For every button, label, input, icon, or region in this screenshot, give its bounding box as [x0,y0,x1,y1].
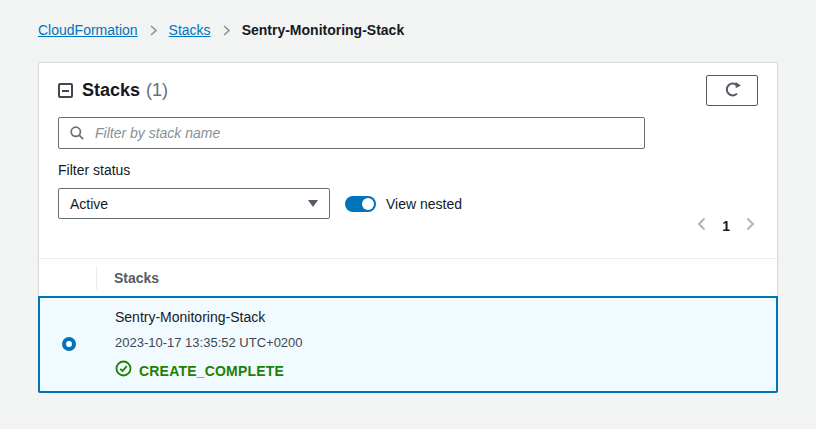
chevron-right-icon [222,24,231,37]
stack-status-text: CREATE_COMPLETE [139,363,284,379]
previous-page-button[interactable] [694,214,709,237]
refresh-button[interactable] [706,75,758,106]
stack-count: (1) [146,80,168,101]
status-filter-value: Active [70,196,108,212]
chevron-down-icon [308,200,318,207]
stack-radio-button[interactable] [62,337,76,351]
radio-cell [40,298,97,391]
filter-status-label: Filter status [58,162,130,178]
page-number-current[interactable]: 1 [722,218,730,234]
search-input[interactable] [58,117,645,149]
pagination: 1 [694,214,758,237]
column-divider [96,266,97,290]
stacks-table: Stacks [39,258,777,297]
refresh-icon [724,81,741,101]
view-nested-group: View nested [345,196,462,212]
stack-row-content: Sentry-Monitoring-Stack 2023-10-17 13:35… [97,298,303,391]
breadcrumb: CloudFormation Stacks Sentry-Monitoring-… [38,22,404,38]
panel-header: Stacks (1) [58,75,758,106]
table-header-row: Stacks [39,259,777,297]
view-nested-label: View nested [386,196,462,212]
status-filter-dropdown[interactable]: Active [58,188,330,219]
chevron-right-icon [745,216,756,235]
stack-created-timestamp: 2023-10-17 13:35:52 UTC+0200 [115,335,303,350]
breadcrumb-current: Sentry-Monitoring-Stack [242,22,405,38]
next-page-button[interactable] [743,214,758,237]
view-nested-toggle[interactable] [345,196,376,212]
chevron-left-icon [696,216,707,235]
stack-name: Sentry-Monitoring-Stack [115,309,303,325]
stack-status: CREATE_COMPLETE [115,360,303,381]
collapse-section-icon[interactable] [58,83,73,98]
breadcrumb-link-stacks[interactable]: Stacks [169,22,211,38]
column-header-stacks: Stacks [114,270,159,286]
stack-row[interactable]: Sentry-Monitoring-Stack 2023-10-17 13:35… [38,296,778,393]
filter-row: Active View nested [58,188,462,219]
check-circle-icon [115,360,132,381]
breadcrumb-link-cloudformation[interactable]: CloudFormation [38,22,138,38]
chevron-right-icon [149,24,158,37]
panel-title: Stacks [82,80,140,101]
search-field-wrap [58,117,645,149]
stacks-panel: Stacks (1) Filter status Active [38,62,778,392]
